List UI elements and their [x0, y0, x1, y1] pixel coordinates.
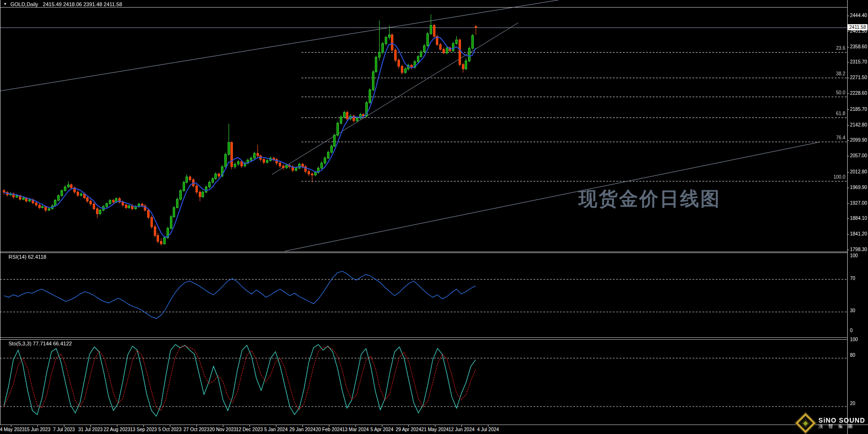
price-axis-tick — [847, 203, 849, 204]
chart-menu-icon[interactable]: ▼ — [3, 2, 7, 6]
time-axis-label: 4 Jul 2024 — [468, 427, 508, 432]
stochastic-indicator-chart[interactable] — [0, 339, 847, 425]
rsi-indicator-chart[interactable] — [0, 253, 847, 338]
price-axis-label: 2185.70 — [850, 107, 867, 112]
ohlc-values: 2415.49 2418.06 2391.48 2411.58 — [43, 1, 122, 7]
sto-axis-label: 100 — [850, 337, 858, 342]
time-axis-tick — [11, 425, 11, 427]
logo-name: SiNO SOUND — [818, 417, 865, 424]
time-axis-tick — [302, 425, 303, 427]
price-axis-label: 2228.60 — [850, 90, 867, 96]
rsi-label: RSI(14) 62.4118 — [9, 254, 46, 260]
time-axis-tick — [329, 425, 329, 427]
sto-panel-top-border — [0, 339, 848, 340]
price-axis-tick — [847, 172, 849, 172]
broker-logo: SiNO SOUND 漢 聲 集 團 — [798, 416, 865, 430]
price-axis-tick — [847, 109, 849, 110]
price-axis-tick — [847, 62, 849, 63]
time-axis-tick — [37, 425, 38, 427]
time-axis-tick — [488, 425, 488, 427]
price-axis-label: 1884.10 — [850, 216, 867, 221]
price-axis-label: 2401.50 — [850, 28, 867, 34]
fib-level-label: 23.6 — [781, 45, 845, 51]
sto-axis-label: 20 — [850, 401, 855, 406]
time-axis-tick — [461, 425, 462, 427]
price-axis-tick — [847, 125, 849, 126]
price-axis-label: 2358.60 — [850, 44, 867, 49]
time-axis-tick — [408, 425, 409, 427]
price-axis-label: 1969.90 — [850, 185, 867, 190]
price-axis-border[interactable] — [847, 0, 848, 434]
time-axis-tick — [223, 425, 223, 427]
rsi-panel-bottom-border — [0, 337, 848, 338]
price-axis-tick — [847, 47, 849, 47]
price-axis-tick — [847, 250, 849, 250]
main-panel-bottom-border — [0, 252, 848, 252]
price-axis-label: 1798.30 — [850, 247, 867, 252]
price-axis-tick — [847, 31, 849, 32]
time-axis-tick — [355, 425, 356, 427]
time-axis-tick — [382, 425, 382, 427]
fib-level-label: 50.0 — [781, 90, 845, 95]
price-axis-label: 2142.80 — [850, 122, 867, 127]
price-axis-tick — [847, 218, 849, 219]
price-axis-label: 2315.70 — [850, 59, 867, 64]
header-divider — [0, 7, 848, 8]
rsi-axis-label: 70 — [850, 276, 855, 281]
price-axis-tick — [847, 188, 849, 188]
diamond-logo-icon — [796, 413, 815, 433]
price-axis-label: 2099.90 — [850, 137, 867, 143]
sto-axis-label: 80 — [850, 353, 855, 358]
time-axis-tick — [249, 425, 250, 427]
rsi-panel-top-border — [0, 253, 848, 253]
time-axis-tick — [435, 425, 435, 427]
symbol-timeframe-label: GOLD,Daily — [10, 1, 38, 7]
fib-level-label: 100.0 — [781, 174, 845, 180]
price-axis-tick — [847, 156, 849, 156]
time-axis-border — [0, 425, 868, 425]
main-price-chart[interactable] — [0, 0, 847, 252]
time-axis-tick — [64, 425, 64, 427]
price-axis-label: 1927.00 — [850, 200, 867, 206]
sto-label: Sto(5,3,3) 77.7144 66.4122 — [9, 341, 72, 346]
time-axis-tick — [117, 425, 117, 427]
time-axis-tick — [143, 425, 144, 427]
time-axis-tick — [90, 425, 91, 427]
time-axis-tick — [196, 425, 197, 427]
time-axis-tick — [170, 425, 170, 427]
chart-header: ▼ GOLD,Daily 2415.49 2418.06 2391.48 241… — [3, 1, 122, 7]
rsi-axis-label: 100 — [850, 253, 858, 258]
chinese-watermark: 现货金价日线图 — [578, 186, 711, 212]
fib-level-label: 76.4 — [781, 135, 845, 140]
mt4-chart-window: ▼ GOLD,Daily 2415.49 2418.06 2391.48 241… — [0, 0, 868, 434]
price-axis-label: 2057.00 — [850, 153, 867, 158]
rsi-axis-label: 30 — [850, 308, 855, 313]
price-axis-label: 2012.80 — [850, 169, 867, 174]
chart-left-border — [0, 0, 0, 425]
time-axis-tick — [276, 425, 276, 427]
rsi-axis-label: 0 — [850, 328, 853, 333]
logo-chinese-name: 漢 聲 集 團 — [818, 424, 865, 429]
price-axis-tick — [847, 78, 849, 78]
price-axis-tick — [847, 234, 849, 235]
price-axis-label: 2271.50 — [850, 75, 867, 80]
fib-level-label: 38.2 — [781, 71, 845, 76]
price-axis-tick — [847, 93, 849, 94]
fib-level-label: 61.8 — [781, 111, 845, 116]
price-axis-label: 1841.20 — [850, 231, 867, 236]
price-axis-label: 2444.40 — [850, 13, 867, 18]
price-axis-tick — [847, 140, 849, 141]
price-axis-tick — [847, 16, 849, 16]
